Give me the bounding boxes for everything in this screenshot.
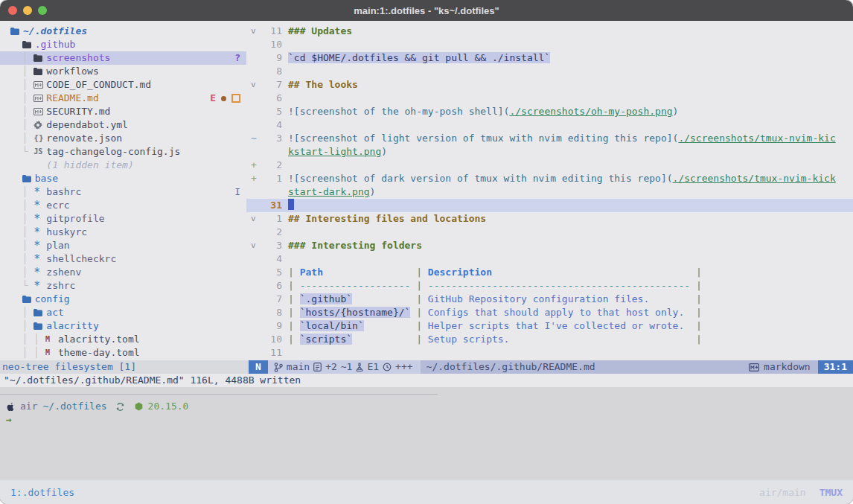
editor-line[interactable]: 2 xyxy=(246,226,853,239)
tree-item-label: alacritty.toml xyxy=(58,333,140,346)
statusline: N main +2 ~1 E1 +++ ~/.dotfiles/.github/… xyxy=(249,360,853,374)
editor-buffer[interactable]: v11### Updates 10 9`cd $HOME/.dotfiles &… xyxy=(246,21,853,360)
tree-item-gitprofile[interactable]: │ *gitprofile xyxy=(0,212,246,226)
tree-item-config[interactable]: config xyxy=(0,293,246,306)
line-number: 11 xyxy=(263,346,282,360)
line-number: 11 xyxy=(263,25,282,38)
markdown-file-icon xyxy=(33,81,46,89)
editor-line[interactable]: 7| `.github` | GitHub Repository configu… xyxy=(246,293,853,306)
line-number: 2 xyxy=(263,159,282,172)
tree-item--1-hidden-item-[interactable]: (1 hidden item) xyxy=(0,159,246,172)
tree-item-alacritty[interactable]: │ alacritty xyxy=(0,319,246,333)
tree-item--.dotfiles[interactable]: ~/.dotfiles xyxy=(0,25,246,38)
editor-line[interactable]: 8 xyxy=(246,65,853,78)
tree-item-zshrc[interactable]: └ *zshrc xyxy=(0,279,246,293)
tree-item-base[interactable]: base xyxy=(0,172,246,185)
toml-icon: M xyxy=(45,346,58,360)
markdown-icon xyxy=(749,363,759,371)
gutter-blank xyxy=(246,65,263,78)
braces-icon: {} xyxy=(33,132,46,145)
zoom-button[interactable] xyxy=(38,6,47,15)
editor-line[interactable]: v11### Updates xyxy=(246,25,853,38)
line-text: ### Updates xyxy=(282,25,352,38)
line-text: | `hosts/{hostname}/` | Configs that sho… xyxy=(282,306,702,319)
fold-marker[interactable]: v xyxy=(246,212,263,226)
tree-item-plan[interactable]: │ *plan xyxy=(0,239,246,252)
star-icon: * xyxy=(33,185,46,199)
window-title: main:1:.dotfiles - "ks~/.dotfiles" xyxy=(0,5,853,16)
git-changed-count: ~1 xyxy=(341,360,353,374)
editor-line[interactable]: ~3![screenshot of light version of tmux … xyxy=(246,132,853,145)
line-text: ## The looks xyxy=(282,78,358,92)
tree-item-CODE-OF-CONDUCT.md[interactable]: │ CODE_OF_CONDUCT.md xyxy=(0,78,246,92)
editor-line[interactable]: 9`cd $HOME/.dotfiles && git pull && ./in… xyxy=(246,51,853,65)
line-number: 7 xyxy=(263,293,282,306)
tree-item-shellcheckrc[interactable]: │ *shellcheckrc xyxy=(0,252,246,266)
editor-line[interactable]: +2 xyxy=(246,159,853,172)
tree-item-ecrc[interactable]: │ *ecrc xyxy=(0,199,246,212)
fold-marker[interactable]: v xyxy=(246,25,263,38)
editor-line[interactable]: 9| `local/bin` | Helper scripts that I'v… xyxy=(246,319,853,333)
mode-indicator: N xyxy=(249,360,268,374)
editor-line[interactable]: 8| `hosts/{hostname}/` | Configs that sh… xyxy=(246,306,853,319)
line-text: ## Interesting files and locations xyxy=(282,212,486,226)
editor-line[interactable]: 6| ------------------- | ---------------… xyxy=(246,279,853,293)
editor-line[interactable]: v1## Interesting files and locations xyxy=(246,212,853,226)
line-text xyxy=(282,65,288,78)
tree-item-dependabot.yml[interactable]: │ dependabot.yml xyxy=(0,118,246,132)
star-icon: * xyxy=(33,226,46,239)
editor-line[interactable]: v3### Interesting folders xyxy=(246,239,853,252)
close-button[interactable] xyxy=(8,6,17,15)
line-number: 10 xyxy=(263,38,282,51)
buffer-icon xyxy=(313,363,322,371)
tree-item-screenshots[interactable]: │ screenshots? xyxy=(0,51,246,65)
folder-icon xyxy=(33,68,46,75)
editor-line[interactable]: 11 xyxy=(246,346,853,360)
tree-item-huskyrc[interactable]: │ *huskyrc xyxy=(0,226,246,239)
editor-line[interactable]: 5| Path | Description | xyxy=(246,266,853,279)
tmux-window-item[interactable]: 1:.dotfiles xyxy=(10,487,74,498)
editor-line[interactable]: start-dark.png) xyxy=(246,185,853,199)
tree-item-README.md[interactable]: │ README.mdE xyxy=(0,92,246,105)
line-number: 8 xyxy=(263,65,282,78)
git-sign: ~ xyxy=(246,132,263,145)
indent-guides: └ xyxy=(10,145,33,159)
gutter-blank xyxy=(246,319,263,333)
clock-icon xyxy=(383,363,392,371)
editor-line[interactable]: 4 xyxy=(246,118,853,132)
editor-line[interactable]: kstart-light.png) xyxy=(246,145,853,159)
tree-item-theme-day.toml[interactable]: │ │ Mtheme-day.toml xyxy=(0,346,246,360)
tree-item-.github[interactable]: .github xyxy=(0,38,246,51)
tree-item-tag-changelog-config.js[interactable]: └ JStag-changelog-config.js xyxy=(0,145,246,159)
git-branch-name: main xyxy=(287,360,310,374)
tree-item-bashrc[interactable]: │ *bashrcI xyxy=(0,185,246,199)
editor-line[interactable]: 10 xyxy=(246,38,853,51)
editor-line[interactable]: 5![screenshot of the oh-my-posh shell](.… xyxy=(246,105,853,118)
minimize-button[interactable] xyxy=(23,6,32,15)
editor-line[interactable]: +1![screenshot of dark version of tmux w… xyxy=(246,172,853,185)
git-sign: + xyxy=(246,172,263,185)
gutter-blank xyxy=(246,92,263,105)
line-text: | ------------------- | ----------------… xyxy=(282,279,702,293)
indent-guides: │ xyxy=(10,319,33,333)
fold-marker[interactable]: v xyxy=(246,78,263,92)
folder-icon xyxy=(33,322,46,330)
editor-line[interactable]: 10| `scripts` | Setup scripts. | xyxy=(246,333,853,346)
line-number: 6 xyxy=(263,279,282,293)
tree-item-renovate.json[interactable]: │ {}renovate.json xyxy=(0,132,246,145)
tree-item-SECURITY.md[interactable]: │ SECURITY.md xyxy=(0,105,246,118)
tree-item-alacritty.toml[interactable]: │ │ Malacritty.toml xyxy=(0,333,246,346)
tree-item-workflows[interactable]: │ workflows xyxy=(0,65,246,78)
editor-line[interactable]: v7## The looks xyxy=(246,78,853,92)
tree-item-label: zshrc xyxy=(46,279,75,293)
tree-item-act[interactable]: │ act xyxy=(0,306,246,319)
editor-line[interactable]: 4 xyxy=(246,252,853,266)
editor-line[interactable]: 6 xyxy=(246,92,853,105)
folder-icon xyxy=(22,296,35,303)
line-text xyxy=(282,38,288,51)
tree-item-label: bashrc xyxy=(46,185,81,199)
tree-item-zshenv[interactable]: │ *zshenv xyxy=(0,266,246,279)
editor-cursor-line[interactable]: 31 xyxy=(246,199,853,212)
tmux-statusbar: 1:.dotfiles air/main TMUX xyxy=(0,480,853,504)
fold-marker[interactable]: v xyxy=(246,239,263,252)
